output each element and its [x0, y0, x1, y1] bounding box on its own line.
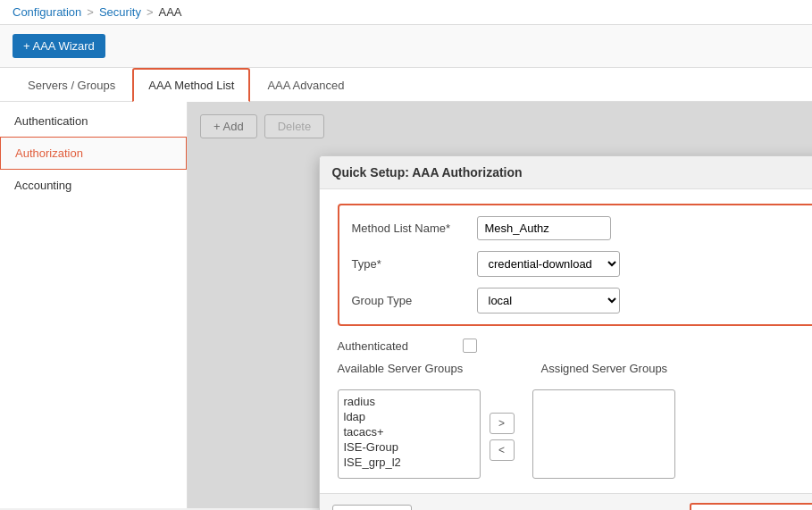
modal-body: Method List Name* Type* credential-downl… — [320, 189, 813, 493]
breadcrumb-config[interactable]: Configuration — [13, 5, 81, 19]
list-item[interactable]: radius — [342, 394, 476, 409]
list-item[interactable]: ISE-Group — [342, 439, 476, 455]
main-content: + Add Delete Quick Setup: AAA Authorizat… — [188, 102, 812, 508]
aaa-wizard-button[interactable]: AAA Wizard — [13, 34, 105, 58]
list-item[interactable]: ISE_grp_l2 — [342, 455, 476, 470]
method-list-name-label: Method List Name* — [352, 222, 477, 235]
type-row: Type* credential-download network exec c… — [352, 251, 804, 277]
available-server-groups-label: Available Server Groups — [338, 362, 481, 375]
transfer-forward-button[interactable]: > — [490, 413, 515, 434]
tab-aaa-method-list[interactable]: AAA Method List — [132, 68, 250, 102]
cancel-button[interactable]: ↩ Cancel — [332, 505, 412, 511]
transfer-section: radius ldap tacacs+ ISE-Group ISE_grp_l2… — [338, 389, 813, 479]
authenticated-checkbox[interactable] — [463, 339, 477, 353]
list-item[interactable]: tacacs+ — [342, 424, 476, 439]
modal-header: Quick Setup: AAA Authorization × — [320, 156, 813, 189]
transfer-back-button[interactable]: < — [490, 439, 515, 461]
group-type-label: Group Type — [352, 294, 477, 307]
assigned-server-groups-label: Assigned Server Groups — [541, 362, 684, 375]
tab-servers-groups[interactable]: Servers / Groups — [13, 69, 130, 102]
form-section: Method List Name* Type* credential-downl… — [338, 204, 813, 326]
modal-title: Quick Setup: AAA Authorization — [332, 165, 523, 180]
group-type-select[interactable]: local tacacs+ radius ldap — [477, 288, 620, 314]
tab-aaa-advanced[interactable]: AAA Advanced — [252, 69, 359, 102]
available-server-groups-list[interactable]: radius ldap tacacs+ ISE-Group ISE_grp_l2 — [338, 389, 481, 479]
sidebar-item-accounting[interactable]: Accounting — [0, 170, 187, 201]
sidebar: Authentication Authorization Accounting — [0, 102, 188, 508]
type-select[interactable]: credential-download network exec command… — [477, 251, 620, 277]
group-type-row: Group Type local tacacs+ radius ldap — [352, 288, 804, 314]
breadcrumb-sep2: > — [146, 5, 154, 19]
list-item[interactable]: ldap — [342, 409, 476, 424]
toolbar: AAA Wizard — [0, 25, 812, 68]
apply-to-device-button[interactable]: 💾 Apply to Device — [690, 503, 812, 510]
modal-dialog: Quick Setup: AAA Authorization × Method … — [319, 155, 813, 510]
transfer-buttons: > < — [490, 389, 515, 461]
modal-footer: ↩ Cancel 💾 Apply to Device — [320, 493, 813, 510]
sidebar-item-authentication[interactable]: Authentication — [0, 105, 187, 137]
sidebar-item-authorization[interactable]: Authorization — [0, 137, 187, 170]
content-area: Authentication Authorization Accounting … — [0, 102, 812, 508]
breadcrumb: Configuration > Security > AAA — [0, 0, 812, 25]
server-groups-section: Available Server Groups Assigned Server … — [338, 362, 813, 479]
authenticated-label: Authenticated — [338, 339, 463, 353]
authenticated-row: Authenticated — [338, 339, 813, 353]
tabs-bar: Servers / Groups AAA Method List AAA Adv… — [0, 68, 812, 102]
breadcrumb-sep1: > — [87, 5, 94, 19]
breadcrumb-current: AAA — [158, 5, 181, 19]
method-list-name-row: Method List Name* — [352, 216, 804, 240]
assigned-server-groups-list[interactable] — [532, 389, 675, 479]
method-list-name-input[interactable] — [477, 216, 611, 240]
type-label: Type* — [352, 257, 477, 271]
breadcrumb-security[interactable]: Security — [99, 5, 141, 19]
